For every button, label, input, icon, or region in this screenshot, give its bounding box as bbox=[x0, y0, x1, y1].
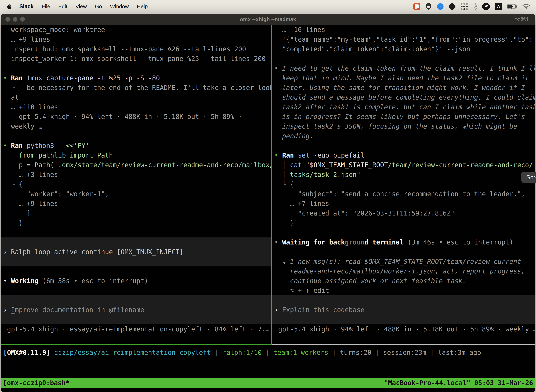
minimize-button[interactable] bbox=[13, 17, 17, 22]
chat-icon[interactable] bbox=[413, 3, 420, 10]
terminal-content: workspace_mode: worktree … +9 lines insp… bbox=[1, 25, 535, 392]
terminal-text: • bbox=[3, 142, 11, 149]
terminal-text: keep that in mind. Maybe I also need the… bbox=[274, 74, 529, 82]
terminal-line: ⌥ + ↑ edit bbox=[272, 286, 535, 295]
terminal-text: '{"team_name":"my-team","task_id":"1","f… bbox=[274, 36, 533, 43]
terminal-text: cczip/essay/ai-reimplementation-copyleft bbox=[54, 349, 211, 356]
terminal-text: gpt-5.4 xhigh · essay/ai-reimplementatio… bbox=[3, 325, 270, 333]
tmux-session-label: [omx-cczip0:bash* bbox=[3, 379, 70, 387]
terminal-line: • Ran tmux capture-pane -t %25 -p -S -80 bbox=[1, 73, 271, 83]
terminal-line: } bbox=[272, 218, 535, 228]
terminal-text: gpt-5.4 xhigh · 94% left · 488K in · 5.1… bbox=[274, 325, 535, 333]
terminal-text: ↳ bbox=[274, 258, 290, 265]
wifi-icon[interactable] bbox=[522, 3, 530, 10]
terminal-text: … +16 lines bbox=[274, 26, 325, 33]
right-pane-border bbox=[272, 344, 535, 345]
terminal-line: inspect task2's JSON, focusing on the st… bbox=[272, 121, 535, 131]
terminal-line bbox=[1, 286, 271, 295]
menu-item-file[interactable]: File bbox=[42, 4, 50, 9]
terminal-text: at bbox=[3, 93, 19, 101]
terminal-text: task2 after task1 is complete, but can I… bbox=[274, 103, 535, 111]
terminal-text: │ bbox=[3, 171, 19, 178]
terminal-text: • bbox=[274, 152, 282, 159]
terminal-text: Ran bbox=[11, 74, 27, 82]
terminal-line: keep that in mind. Maybe I also need the… bbox=[272, 73, 535, 83]
terminal-line: gpt-5.4 xhigh · essay/ai-reimplementatio… bbox=[1, 324, 271, 334]
terminal-line: └ { bbox=[272, 179, 535, 189]
close-button[interactable] bbox=[5, 17, 10, 22]
prompt-input-left[interactable]: › Improve documentation in @filename bbox=[1, 295, 271, 324]
terminal-text: { bbox=[19, 181, 23, 188]
terminal-text: /team/review-current-readme-and-reco/ bbox=[388, 161, 533, 169]
battery-charging-icon[interactable] bbox=[507, 3, 517, 10]
terminal-text: Ran bbox=[11, 142, 27, 149]
tmux-panes: workspace_mode: worktree … +9 lines insp… bbox=[1, 25, 535, 344]
terminal-text: p = Path('.omx/state/team/review-current… bbox=[19, 161, 271, 169]
terminal-line: inspect_worker-1: omx sparkshell --tmux-… bbox=[1, 54, 271, 64]
terminal-text: "subject": "send a concise recommendatio… bbox=[274, 190, 525, 198]
terminal-text: Ralph loop active continue [OMX_TMUX_INJ… bbox=[11, 248, 183, 256]
badge-61-icon[interactable]: ..61 bbox=[482, 3, 490, 10]
terminal-line: … +9 lines bbox=[1, 199, 271, 209]
menu-bar: Slack FileEditViewGoWindowHelp ..61A bbox=[0, 0, 536, 13]
terminal-text: session:23m bbox=[383, 349, 426, 356]
terminal-line: inspect_hud: omx sparkshell --tmux-pane … bbox=[1, 44, 271, 54]
terminal-text: -t bbox=[93, 74, 105, 82]
messenger-icon[interactable] bbox=[437, 3, 444, 10]
terminal-text: │ bbox=[3, 152, 19, 159]
terminal-text: from pathlib import Path bbox=[19, 152, 113, 159]
menu-item-edit[interactable]: Edit bbox=[58, 4, 67, 9]
terminal-line bbox=[1, 266, 271, 276]
prompt-input-right[interactable]: › Explain this codebase bbox=[272, 295, 535, 324]
zoom-button[interactable] bbox=[20, 17, 25, 22]
terminal-text: %25 bbox=[105, 74, 121, 82]
terminal-line: "subject": "send a concise recommendatio… bbox=[272, 189, 535, 199]
terminal-line: … +110 lines bbox=[1, 102, 271, 112]
terminal-line: "completed","claim_token":"claim-token"}… bbox=[272, 44, 535, 54]
apple-menu-icon[interactable] bbox=[6, 3, 12, 10]
window-title-bar[interactable]: omx --xhigh --madmax ⌥⌘1 bbox=[1, 14, 535, 25]
terminal-text: pending. bbox=[274, 132, 314, 140]
terminal-line bbox=[272, 228, 535, 238]
terminal-line bbox=[1, 131, 271, 141]
terminal-text: | bbox=[328, 349, 340, 356]
terminal-text: $ bbox=[310, 161, 314, 169]
terminal-line: └ be necessary for the end of the README… bbox=[1, 83, 271, 93]
terminal-line: │ p = Path('.omx/state/team/review-curre… bbox=[1, 160, 271, 170]
terminal-line: ↳ 1 new msg(s): read $OMX_TEAM_STATE_ROO… bbox=[272, 257, 535, 266]
terminal-line: … +9 lines bbox=[1, 35, 271, 44]
terminal-line: workspace_mode: worktree bbox=[1, 25, 271, 35]
terminal-line: should send a message before completing … bbox=[272, 93, 535, 102]
terminal-text: ralph:1/10 bbox=[222, 349, 262, 356]
terminal-line: "created_at": "2026-03-31T11:59:27.816Z" bbox=[272, 209, 535, 218]
terminal-text: … +9 lines bbox=[3, 36, 50, 43]
terminal-text: I need to get the claim token from the c… bbox=[282, 65, 535, 72]
menu-item-view[interactable]: View bbox=[76, 4, 87, 9]
dots-grid-icon[interactable] bbox=[461, 3, 468, 10]
terminal-line: … +16 lines bbox=[272, 25, 535, 35]
terminal-text: | bbox=[426, 349, 438, 356]
terminal-line bbox=[1, 64, 271, 73]
screen-tooltip[interactable]: Scre bbox=[522, 172, 536, 183]
terminal-text: <<'PY' bbox=[62, 142, 89, 149]
terminal-text: later. Using the same for transition mig… bbox=[274, 84, 525, 92]
terminal-text: readme-and-reco/mailbox/worker-1.json, a… bbox=[274, 267, 525, 275]
pie-chart-icon[interactable] bbox=[449, 3, 456, 10]
terminal-line: … +7 lines bbox=[272, 199, 535, 209]
terminal-text: d terminal bbox=[364, 238, 404, 246]
keypad-shield-icon[interactable] bbox=[425, 3, 432, 10]
menu-item-window[interactable]: Window bbox=[110, 4, 129, 9]
terminal-line: • Working (6m 38s • esc to interrupt) bbox=[1, 276, 271, 286]
terminal-text: ] bbox=[3, 210, 31, 217]
input-source-a-icon[interactable]: A bbox=[495, 3, 502, 10]
terminal-text: (6m 38s • esc to interrupt) bbox=[38, 277, 148, 285]
terminal-line: weekly … bbox=[1, 121, 271, 131]
menu-item-go[interactable]: Go bbox=[95, 4, 102, 9]
ralph-loop-banner: › Ralph loop active continue [OMX_TMUX_I… bbox=[1, 238, 271, 266]
active-app-name[interactable]: Slack bbox=[19, 3, 34, 10]
menu-item-help[interactable]: Help bbox=[137, 4, 148, 9]
menu-status-icons: ..61A bbox=[413, 3, 530, 10]
terminal-spacer bbox=[1, 357, 535, 378]
squiggle-icon[interactable] bbox=[473, 3, 477, 10]
terminal-text: -euo pipefail bbox=[310, 152, 364, 159]
